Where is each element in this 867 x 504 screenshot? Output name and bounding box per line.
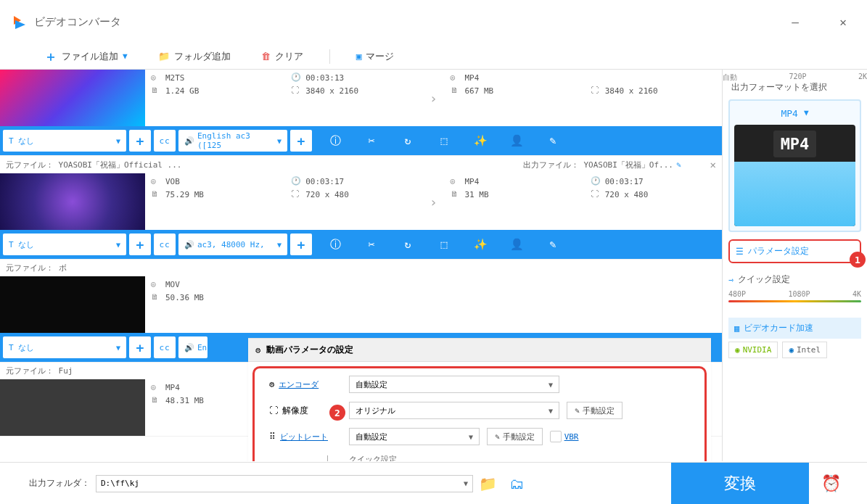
trash-icon: 🗑 [261,51,271,62]
rotate-tool[interactable]: ↻ [393,130,422,152]
effects-tool[interactable]: ✨ [466,234,495,255]
merge-button[interactable]: ▣ マージ [352,47,399,66]
audio-value: En [197,343,207,352]
add-subtitle-button[interactable]: + [129,336,151,358]
audio-value: ac3, 48000 Hz, [197,240,265,249]
resolution-icon: ⛶ [269,405,278,416]
file-icon: 🗎 [451,189,461,199]
popup-title: 動画パラメータの設定 [266,344,353,356]
resolution-dropdown[interactable]: オリジナル▼ [349,402,559,419]
gear-icon: ⚙ [269,379,274,389]
quick-setting-label: クイック設定 [349,454,397,461]
chevron-down-icon: ▼ [804,108,809,119]
subtitle-dropdown[interactable]: T なし▼ [3,336,126,358]
src-size: 48.31 MB [165,396,204,405]
subtitle-value: なし [18,342,34,353]
convert-button[interactable]: 変換 [671,463,809,505]
schedule-button[interactable]: ⏰ [809,474,852,492]
footer-bar: 出力フォルダ： D:\ff\kj▼ 📁 🗂 変換 ⏰ [0,462,867,504]
cc-button[interactable]: cc [154,234,176,255]
output-folder-path: D:\ff\kj [101,479,139,488]
browse-folder-button[interactable]: 📁 [473,469,502,498]
quick-resolution-slider[interactable]: 480P 1080P 4K [728,290,861,307]
add-audio-button[interactable]: + [290,130,312,152]
close-button[interactable]: ✕ [830,9,856,35]
bitrate-icon: ⠿ [269,431,276,442]
src-format: MOV [165,280,180,289]
audio-dropdown[interactable]: 🔊ac3, 48000 Hz,▼ [178,234,287,255]
text-icon: T [9,136,14,146]
thumbnail[interactable] [0,70,145,126]
cut-tool[interactable]: ✂ [357,234,386,255]
cc-button[interactable]: cc [154,130,176,152]
clear-label: クリア [275,50,303,63]
add-subtitle-button[interactable]: + [129,130,151,152]
encoder-dropdown[interactable]: 自動設定▼ [349,376,559,393]
bitrate-manual-button[interactable]: ✎手動設定 [487,428,543,445]
merge-label: マージ [366,50,394,63]
thumbnail[interactable] [0,276,145,333]
output-format-selector[interactable]: MP4▼ MP4 [728,99,861,232]
src-format: VOB [165,177,180,186]
subtitle-value: なし [18,239,34,250]
remove-file-button[interactable]: ✕ [710,159,716,170]
resolution-icon: ⛶ [291,86,301,96]
minimize-button[interactable]: — [782,9,808,35]
add-subtitle-button[interactable]: + [129,234,151,255]
effects-tool[interactable]: ✨ [466,130,495,152]
encoder-label[interactable]: エンコーダ [279,379,319,390]
bitrate-dropdown[interactable]: 自動設定▼ [349,428,480,445]
subtitle-dropdown[interactable]: T なし▼ [3,130,126,152]
resolution-label: 解像度 [282,405,308,417]
parameter-settings-button[interactable]: ☰ パラメータ設定 1 [728,239,861,263]
info-tool[interactable]: ⓘ [321,130,350,152]
folder-plus-icon: 📁 [158,51,170,62]
dst-filename: 出力ファイル： YOASOBI「祝福」Of... [523,160,673,170]
thumbnail[interactable] [0,173,145,230]
src-duration: 00:03:17 [305,177,344,186]
add-audio-button[interactable]: + [290,234,312,255]
output-folder-input[interactable]: D:\ff\kj▼ [96,475,473,492]
thumbnail[interactable] [0,379,145,436]
rotate-tool[interactable]: ↻ [393,234,422,255]
bitrate-label[interactable]: ビットレート [280,431,328,442]
resolution-icon: ⛶ [291,189,301,199]
audio-dropdown[interactable]: 🔊English ac3 ([125▼ [178,130,287,152]
plus-icon: ＋ [44,48,57,65]
annotation-badge-1: 1 [850,252,866,268]
add-folder-button[interactable]: 📁 フォルダ追加 [154,47,235,66]
vbr-label[interactable]: VBR [564,432,579,442]
add-file-button[interactable]: ＋ ファイル追加 ▼ [40,45,132,68]
src-size: 75.29 MB [165,190,204,199]
subtitle-dropdown[interactable]: T なし▼ [3,234,126,255]
settings-icon: ⚙ [255,345,260,355]
gpu-accel-toggle[interactable]: ▦ビデオカード加速 [728,318,861,339]
clear-button[interactable]: 🗑 クリア [257,47,308,66]
cc-button[interactable]: cc [154,336,176,358]
cut-tool[interactable]: ✂ [357,130,386,152]
edit-tool[interactable]: ✎ [538,234,567,255]
src-filename: 元ファイル： YOASOBI「祝福」Official ... [6,160,181,170]
open-folder-button[interactable]: 🗂 [502,469,531,498]
rename-icon[interactable]: ✎ [676,160,681,170]
src-duration: 00:03:13 [305,73,344,83]
disc-icon: ◎ [151,176,161,186]
disc-icon: ◎ [451,176,461,186]
edit-tool[interactable]: ✎ [538,130,567,152]
audio-dropdown[interactable]: 🔊En [178,336,207,358]
src-filename: 元ファイル： ボ [6,263,67,273]
quick-settings-title: クイック設定 [738,273,790,286]
watermark-tool[interactable]: 👤 [502,234,531,255]
resolution-value: オリジナル [356,405,395,416]
info-tool[interactable]: ⓘ [321,234,350,255]
vbr-checkbox[interactable] [550,431,562,442]
resolution-icon: ⛶ [591,86,601,96]
speaker-icon: 🔊 [184,343,194,352]
resolution-manual-button[interactable]: ✎手動設定 [567,402,622,419]
titlebar: ビデオコンバータ — ✕ [0,0,867,44]
watermark-tool[interactable]: 👤 [502,130,531,152]
src-size: 1.24 GB [165,86,199,96]
crop-tool[interactable]: ⬚ [430,234,459,255]
resolution-icon: ⛶ [591,189,601,199]
crop-tool[interactable]: ⬚ [430,130,459,152]
